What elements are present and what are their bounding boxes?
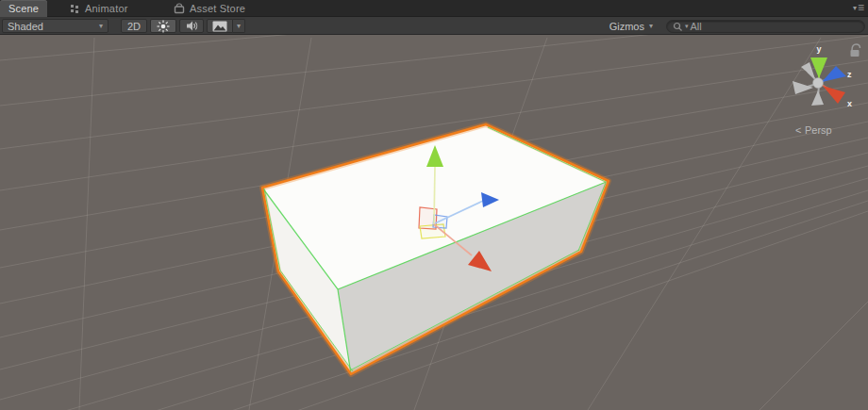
tab-bar: Scene Animator Asset Store ▾ ≡	[0, 0, 868, 17]
axis-center-cube[interactable]	[813, 78, 824, 89]
unity-scene-pane: Scene Animator Asset Store ▾ ≡	[0, 0, 868, 410]
search-icon	[673, 22, 683, 32]
axis-y-label: y	[816, 44, 821, 54]
speaker-icon	[185, 20, 198, 32]
shading-mode-value: Shaded	[8, 21, 43, 32]
view-lock-icon[interactable]	[851, 44, 860, 57]
projection-mode-label: Persp	[805, 124, 832, 136]
search-filter-caret: ▾	[685, 23, 689, 30]
scene-viewport[interactable]: y z x < Persp	[0, 35, 868, 410]
tab-animator-label: Animator	[85, 3, 128, 14]
asset-store-icon	[174, 3, 185, 14]
scene-toolbar: Shaded ▾ 2D	[0, 17, 868, 35]
search-value: All	[691, 21, 702, 32]
axis-neg-x-cone[interactable]	[801, 62, 815, 79]
sun-icon	[157, 20, 170, 33]
scene-search-field[interactable]: ▾ All	[666, 20, 865, 33]
tab-asset-store-label: Asset Store	[190, 3, 245, 14]
image-icon	[212, 21, 227, 32]
scene-effects-button[interactable]	[207, 19, 233, 33]
toggle-2d-button[interactable]: 2D	[121, 19, 147, 33]
chevron-down-icon: ▾	[649, 22, 653, 30]
chevron-down-icon: ▾	[237, 22, 241, 30]
axis-z-cone[interactable]	[822, 66, 846, 82]
move-axis-y-line[interactable]	[434, 166, 435, 224]
projection-label[interactable]: < Persp	[795, 124, 832, 136]
chevron-down-icon: ▾	[99, 22, 103, 30]
scene-effects-dropdown[interactable]: ▾	[233, 19, 245, 33]
axis-neg-y-cone[interactable]	[811, 90, 824, 106]
axis-z-label: z	[847, 70, 852, 79]
tab-scene-label: Scene	[8, 3, 39, 14]
gizmos-dropdown[interactable]: Gizmos ▾	[606, 19, 657, 33]
projection-arrow: <	[795, 124, 801, 136]
tab-asset-store[interactable]: Asset Store	[174, 0, 245, 17]
tab-animator[interactable]: Animator	[70, 0, 128, 17]
pane-menu-icon[interactable]: ▾ ≡	[853, 3, 864, 13]
scene-lighting-button[interactable]	[150, 19, 176, 33]
tab-scene[interactable]: Scene	[0, 0, 47, 17]
scene-audio-button[interactable]	[179, 19, 204, 33]
shading-mode-dropdown[interactable]: Shaded ▾	[2, 19, 108, 33]
animator-icon	[70, 4, 80, 14]
axis-x-label: x	[847, 99, 852, 108]
